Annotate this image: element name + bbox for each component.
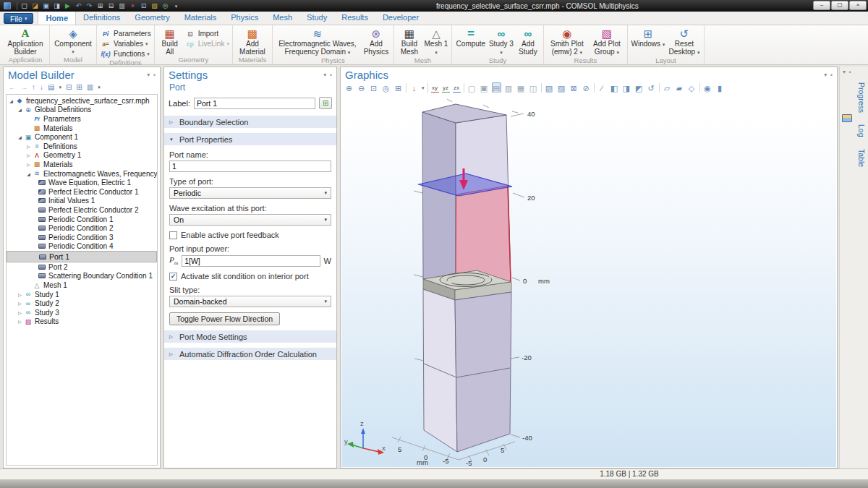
forward-icon[interactable]: → (20, 83, 27, 91)
electromagnetic-waves-button[interactable]: ≋ Electromagnetic Waves, Frequency Domai… (276, 26, 359, 56)
duplicate-icon[interactable]: ▥ (117, 1, 127, 11)
livelink-button[interactable]: cp LiveLink ▾ (184, 39, 229, 48)
label-edit-button[interactable]: ⊞ (319, 97, 332, 109)
windows-button[interactable]: ⊞ Windows ▾ (631, 26, 665, 49)
close-button[interactable]: × (849, 1, 867, 10)
minimize-button[interactable]: – (813, 1, 830, 10)
panel-menu-icon[interactable]: ▾ (843, 69, 846, 75)
tab-results[interactable]: Results (334, 11, 375, 25)
collapse-arrow-icon[interactable]: ▷ (25, 144, 32, 149)
add-plot-group-button[interactable]: ▧ Add Plot Group ▾ (590, 26, 624, 56)
tree-item-root[interactable]: ◢ ◆ frequency_selective_surface_csrr.mph (7, 96, 157, 106)
port-name-input[interactable] (169, 160, 331, 172)
build-mesh-button[interactable]: ▦ Build Mesh (397, 26, 422, 56)
expand-arrow-icon[interactable]: ◢ (17, 107, 23, 112)
delete-icon[interactable]: × (128, 1, 137, 11)
section-automatic-diffraction[interactable]: ▷ Automatic Diffraction Order Calculatio… (164, 348, 336, 360)
go-to-yz-view-icon[interactable]: yz (442, 84, 450, 93)
maximize-button[interactable]: ▢ (831, 1, 848, 10)
tree-item-parameters[interactable]: Pi Parameters (7, 114, 157, 124)
section-port-mode-settings[interactable]: ▷ Port Mode Settings (164, 330, 336, 343)
show-options-icon[interactable]: ▤ (48, 83, 54, 91)
tree-item-global-definitions[interactable]: ◢ ⊕ Global Definitions (7, 106, 157, 115)
section-boundary-selection[interactable]: ▷ Boundary Selection (164, 116, 336, 128)
expand-arrow-icon[interactable]: ◢ (25, 171, 32, 176)
tree-item-study-3[interactable]: ▷ ∞ Study 3 (7, 308, 157, 317)
save-icon[interactable]: ▣ (41, 1, 51, 11)
tree-item-port-1[interactable]: Port 1 (7, 251, 157, 262)
pin-icon[interactable]: ▪ (849, 69, 851, 75)
add-study-button[interactable]: ∞ Add Study (516, 26, 540, 56)
collapse-arrow-icon[interactable]: ▷ (17, 301, 23, 306)
tab-definitions[interactable]: Definitions (76, 11, 127, 25)
tree-item-periodic-condition-4[interactable]: Periodic Condition 4 (7, 242, 157, 252)
pin-icon[interactable]: ▪ (330, 72, 332, 78)
component-button[interactable]: ◈ Component ▾ (53, 26, 93, 56)
run-icon[interactable]: ▶ (63, 1, 72, 11)
zoom-select-icon[interactable]: ◎ (161, 1, 170, 11)
tree-item-periodic-condition-1[interactable]: Periodic Condition 1 (7, 215, 157, 224)
tab-physics[interactable]: Physics (224, 11, 265, 25)
floating-window-icon[interactable] (842, 114, 852, 122)
tree-item-study-2[interactable]: ▷ ∞ Study 2 (7, 299, 157, 308)
tree-item-definitions[interactable]: ▷ ≡ Definitions (7, 142, 157, 151)
enable-active-port-feedback-checkbox[interactable] (169, 231, 177, 239)
tree-item-emw-physics[interactable]: ◢ ≋ Electromagnetic Waves, Frequency Dom… (7, 169, 157, 179)
back-icon[interactable]: ← (9, 83, 16, 91)
tree-item-materials-global[interactable]: ▩ Materials (7, 124, 157, 133)
tree-item-component-1[interactable]: ◢ ▣ Component 1 (7, 132, 157, 142)
tree-item-wave-equation[interactable]: Wave Equation, Electric 1 (7, 178, 157, 187)
go-to-zx-view-icon[interactable]: zx (453, 84, 461, 93)
application-builder-button[interactable]: A Application Builder (4, 26, 46, 56)
port-input-power-input[interactable] (182, 255, 320, 267)
expand-arrow-icon[interactable]: ◢ (17, 134, 23, 140)
label-input[interactable] (194, 98, 315, 109)
collapse-arrow-icon[interactable]: ▷ (17, 292, 23, 297)
reset-desktop-button[interactable]: ↺ Reset Desktop ▾ (668, 26, 701, 56)
slit-type-select[interactable]: Domain-backed ▾ (169, 296, 331, 307)
tree-item-initial-values[interactable]: Initial Values 1 (7, 197, 157, 206)
redo-icon[interactable]: ↷ (85, 1, 94, 11)
section-port-properties[interactable]: ▼ Port Properties (164, 133, 336, 145)
study-3-button[interactable]: ∞ Study 3 ▾ (489, 26, 514, 56)
upper-block-left-face[interactable] (422, 112, 456, 288)
tree-item-materials-component[interactable]: ▷ ▩ Materials (7, 160, 157, 169)
tree-item-scattering-boundary[interactable]: Scattering Boundary Condition 1 (7, 272, 157, 281)
clip-icon[interactable]: ▧ (150, 1, 159, 11)
tab-materials[interactable]: Materials (177, 11, 224, 25)
tree-item-pec-1[interactable]: Perfect Electric Conductor 1 (7, 187, 157, 197)
dock-tab-table[interactable]: Table (857, 149, 866, 167)
graphics-scene[interactable]: 40 20 0 mm -20 -40 5 0 -5 mm -5 0 5 (341, 93, 836, 467)
go-to-xy-view-icon[interactable]: xy (431, 84, 439, 93)
dock-tab-progress[interactable]: Progress (857, 82, 866, 113)
variables-button[interactable]: a= Variables ▾ (100, 39, 151, 48)
collapse-arrow-icon[interactable]: ▷ (25, 153, 32, 158)
tab-home[interactable]: Home (38, 11, 76, 25)
tab-study[interactable]: Study (299, 11, 334, 25)
chevron-down-icon[interactable]: ▾ (422, 85, 425, 91)
pin-icon[interactable]: ▪ (153, 72, 156, 78)
tree-item-port-2[interactable]: Port 2 (7, 262, 157, 272)
qat-dropdown-icon[interactable]: ▾ (171, 1, 181, 11)
panel-menu-icon[interactable]: ▾ (824, 72, 827, 78)
tab-developer[interactable]: Developer (375, 11, 426, 25)
build-all-button[interactable]: ▦ Build All (158, 26, 182, 56)
expand-arrow-icon[interactable]: ◢ (8, 98, 14, 103)
paste-icon[interactable]: ⊟ (106, 1, 116, 11)
dock-tab-log[interactable]: Log (857, 124, 866, 137)
parameters-button[interactable]: Pi Parameters (100, 29, 151, 38)
collapse-arrow-icon[interactable]: ▷ (25, 162, 32, 167)
select-box-icon[interactable]: ⊡ (139, 1, 148, 11)
collapse-arrow-icon[interactable]: ▷ (17, 319, 23, 324)
tree-item-study-1[interactable]: ▷ ∞ Study 1 (7, 290, 157, 299)
copy-icon[interactable]: ⊞ (95, 1, 105, 11)
toggle-power-flow-direction-button[interactable]: Toggle Power Flow Direction (169, 312, 280, 325)
save-as-icon[interactable]: ◨ (52, 1, 61, 11)
tree-item-mesh-1[interactable]: △ Mesh 1 (7, 281, 157, 290)
tree-item-geometry-1[interactable]: ▷ Λ Geometry 1 (7, 151, 157, 160)
tree-item-periodic-condition-2[interactable]: Periodic Condition 2 (7, 223, 157, 233)
panel-menu-icon[interactable]: ▾ (147, 72, 150, 78)
tab-geometry[interactable]: Geometry (127, 11, 176, 25)
node-label-options-icon[interactable]: ▥ (87, 83, 93, 91)
panel-menu-icon[interactable]: ▾ (323, 72, 326, 78)
